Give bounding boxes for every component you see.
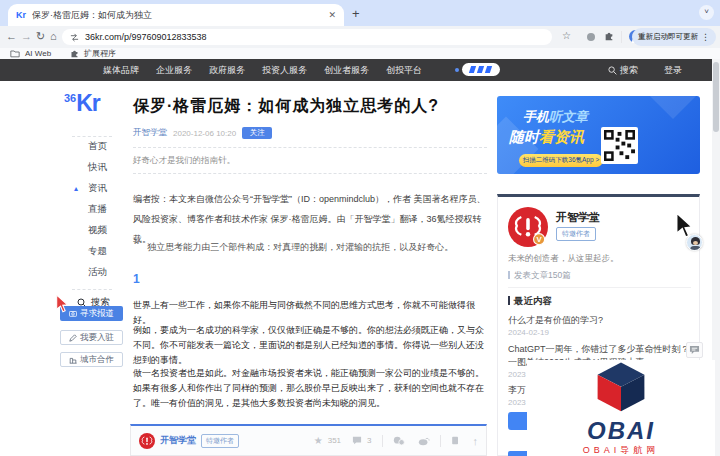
download-app-button[interactable]: 扫描二维码下载36氪App > bbox=[519, 154, 603, 167]
extension-dot-icon[interactable] bbox=[587, 33, 595, 41]
bookmarks-bar: AI Web 扩展程序 bbox=[0, 48, 720, 59]
banner-line2: 随时看资讯 bbox=[509, 128, 584, 147]
nav-item-investor[interactable]: 投资人服务 bbox=[262, 64, 307, 77]
more-menu-icon[interactable]: ⋮ bbox=[701, 32, 710, 42]
follow-button[interactable]: 关注 bbox=[242, 127, 272, 139]
refresh-icon[interactable]: ↻ bbox=[36, 30, 45, 43]
city-cooperation-button[interactable]: 城市合作 bbox=[60, 352, 123, 367]
article-title: 保罗·格雷厄姆：如何成为独立思考的人? bbox=[133, 96, 485, 117]
edit-icon bbox=[69, 334, 77, 342]
new-tab-button[interactable]: + bbox=[352, 6, 360, 21]
pull-quote: “ 独立思考能力由三个部件构成：对真理的挑剔，对灌输的抗拒，以及好奇心。 bbox=[133, 241, 487, 254]
app-promo-banner[interactable]: 手机听文章 随时看资讯 扫描二维码下载36氪App > bbox=[497, 96, 700, 174]
star-count: 351 bbox=[328, 436, 341, 445]
browser-window: Kr 保罗·格雷厄姆：如何成为独立 ✕ + ˅ ← → ↻ ⌂ 36kr.com… bbox=[0, 0, 720, 456]
feedback-bubble-icon bbox=[689, 345, 700, 355]
nav-promo-badge[interactable] bbox=[462, 63, 500, 76]
active-section-marker: ▴ bbox=[74, 184, 78, 193]
nav-item-media[interactable]: 媒体品牌 bbox=[103, 64, 139, 77]
star-icon[interactable]: ★ bbox=[314, 435, 323, 446]
folder-icon bbox=[10, 49, 20, 58]
scrollbar-thumb[interactable] bbox=[713, 62, 719, 132]
banner-line1: 手机听文章 bbox=[523, 108, 588, 126]
author-description: 未来的创造者，从这里起步。 bbox=[508, 253, 619, 265]
card-author-badge: 特邀作者 bbox=[556, 227, 596, 241]
bookmark-extensions[interactable]: 扩展程序 bbox=[84, 48, 116, 59]
site-search-button[interactable]: 搜索 bbox=[608, 64, 638, 77]
recent-item-date: 2024-02-19 bbox=[508, 328, 549, 337]
recent-content-title: 最近内容 bbox=[508, 295, 552, 308]
author-link[interactable]: 开智学堂 bbox=[133, 127, 167, 139]
article-meta: 开智学堂 2020-12-06 10:20 关注 bbox=[133, 127, 272, 139]
comment-count: 3 bbox=[367, 436, 371, 445]
red-cursor-icon bbox=[55, 295, 70, 313]
sidebar-item-video[interactable]: 视频 bbox=[88, 224, 107, 245]
author-name[interactable]: 开智学堂 bbox=[160, 434, 196, 447]
icon-divider bbox=[382, 435, 383, 447]
sidebar-item-flash[interactable]: 快讯 bbox=[88, 161, 107, 182]
paragraph: 例如，要成为一名成功的科学家，仅仅做到正确是不够的。你的想法必须既正确，又与众不… bbox=[133, 323, 487, 368]
nav-badge-dot bbox=[455, 68, 459, 72]
obai-watermark: OBAI OBAI导航网 bbox=[527, 360, 715, 456]
forward-icon[interactable]: → bbox=[21, 30, 32, 42]
join-us-button[interactable]: 我要入驻 bbox=[60, 330, 123, 345]
search-icon bbox=[608, 66, 617, 75]
chrome-update-button[interactable]: 重新启动即可更新 ⋮ bbox=[632, 28, 716, 46]
watermark-subtitle: OBAI导航网 bbox=[527, 444, 715, 456]
site-info-icon[interactable] bbox=[70, 33, 79, 42]
sidebar-item-home[interactable]: 首页 bbox=[88, 140, 107, 161]
paragraph: 做一名投资者也是如此。对金融市场投资者来说，能正确预测一家公司的业绩是不够的。如… bbox=[133, 366, 487, 411]
section-number: 1 bbox=[133, 272, 140, 286]
sidebar-divider bbox=[72, 136, 112, 137]
address-bar[interactable]: 36kr.com/p/997609012833538 bbox=[62, 29, 552, 45]
site-top-nav: 媒体品牌 企业服务 政府服务 投资人服务 创业者服务 创投平台 搜索 登录 bbox=[0, 59, 720, 81]
comment-icon[interactable] bbox=[352, 436, 362, 445]
summary-divider bbox=[133, 173, 487, 174]
qr-code bbox=[601, 127, 638, 164]
tab-search-icon[interactable]: ˅ bbox=[699, 5, 714, 20]
nav-item-government[interactable]: 政府服务 bbox=[209, 64, 245, 77]
back-icon[interactable]: ← bbox=[6, 30, 17, 42]
collapse-up-icon[interactable]: ↑ bbox=[473, 435, 479, 447]
bookmark-star-icon[interactable]: ☆ bbox=[562, 30, 571, 41]
publish-date: 2020-12-06 10:20 bbox=[173, 129, 236, 138]
weibo-share-icon[interactable] bbox=[418, 436, 430, 446]
mouse-cursor-icon bbox=[674, 213, 696, 239]
article-author-bar: 开智学堂 特邀作者 ★351 3 ↑ bbox=[130, 424, 487, 456]
tab-close-icon[interactable]: ✕ bbox=[328, 10, 336, 20]
home-icon[interactable]: ⌂ bbox=[50, 30, 57, 42]
sidebar-item-live[interactable]: 直播 bbox=[88, 203, 107, 224]
extensions-bookmark-icon bbox=[70, 49, 79, 58]
extensions-puzzle-icon[interactable] bbox=[604, 31, 614, 41]
site-favicon: Kr bbox=[16, 10, 26, 20]
nav-item-platform[interactable]: 创投平台 bbox=[386, 64, 422, 77]
sidebar-item-topic[interactable]: 专题 bbox=[88, 245, 107, 266]
article-count: 发表文章150篇 bbox=[508, 270, 571, 282]
browser-tab[interactable]: Kr 保罗·格雷厄姆：如何成为独立 ✕ bbox=[8, 4, 344, 26]
nav-item-founder[interactable]: 创业者服务 bbox=[324, 64, 369, 77]
recent-item-title[interactable]: 什么才是有价值的学习? bbox=[508, 314, 691, 327]
toolbar-divider bbox=[621, 31, 622, 43]
copy-doc-icon[interactable] bbox=[451, 436, 460, 446]
login-button[interactable]: 登录 bbox=[664, 64, 682, 77]
wechat-share-icon[interactable] bbox=[393, 436, 405, 446]
author-card-logo[interactable]: V bbox=[508, 207, 548, 247]
nav-item-enterprise[interactable]: 企业服务 bbox=[156, 64, 192, 77]
card-author-name[interactable]: 开智学堂 bbox=[556, 210, 600, 225]
sidebar-item-news[interactable]: 资讯 bbox=[88, 182, 107, 203]
card-divider bbox=[508, 287, 691, 288]
icon-divider bbox=[440, 435, 441, 447]
site-nav-right: 搜索 登录 bbox=[608, 59, 682, 81]
feedback-widget[interactable] bbox=[686, 342, 703, 358]
camera-icon bbox=[69, 310, 77, 317]
update-label: 重新启动即可更新 bbox=[638, 32, 698, 42]
bookmark-ai-web[interactable]: AI Web bbox=[25, 49, 51, 58]
author-logo[interactable] bbox=[139, 433, 155, 449]
author-badge: 特邀作者 bbox=[201, 434, 239, 448]
article-summary: 好奇心才是我们的指南针。 bbox=[133, 155, 235, 167]
tab-strip: Kr 保罗·格雷厄姆：如何成为独立 ✕ + ˅ bbox=[0, 0, 720, 26]
obai-cube-logo bbox=[590, 360, 652, 412]
sidebar-divider-2 bbox=[72, 289, 112, 290]
sidebar-item-events[interactable]: 活动 bbox=[88, 266, 107, 287]
kr-logo[interactable]: 36Kr bbox=[64, 90, 100, 117]
